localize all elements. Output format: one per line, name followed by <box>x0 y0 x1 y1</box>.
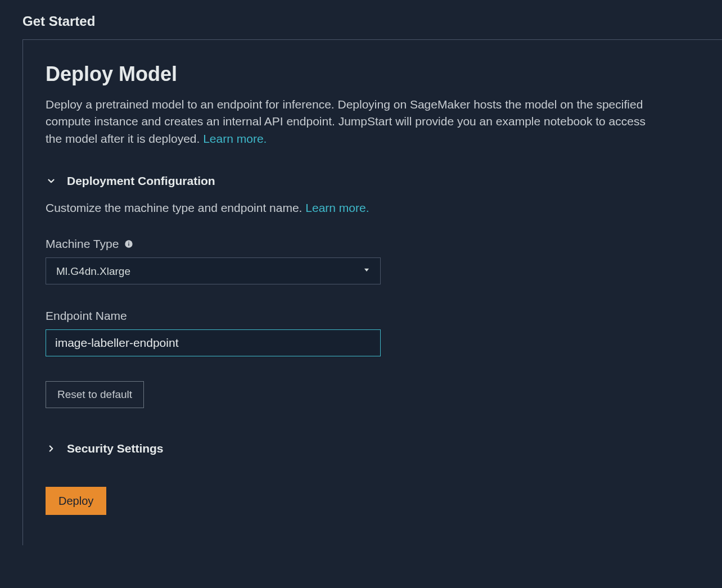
chevron-right-icon <box>46 443 57 454</box>
info-icon[interactable] <box>124 239 133 248</box>
panel-description: Deploy a pretrained model to an endpoint… <box>46 96 658 147</box>
machine-type-label: Machine Type <box>46 237 119 251</box>
deployment-config-toggle[interactable]: Deployment Configuration <box>46 174 700 188</box>
endpoint-name-label: Endpoint Name <box>46 309 127 323</box>
deploy-button[interactable]: Deploy <box>46 487 106 515</box>
page-title: Get Started <box>22 13 700 29</box>
panel-description-text: Deploy a pretrained model to an endpoint… <box>46 98 646 145</box>
security-settings-title: Security Settings <box>67 442 164 455</box>
deployment-config-subtext: Customize the machine type and endpoint … <box>46 201 700 215</box>
chevron-down-icon <box>46 175 57 187</box>
reset-button[interactable]: Reset to default <box>46 381 144 408</box>
panel-title: Deploy Model <box>46 62 700 86</box>
deployment-config-subtext-text: Customize the machine type and endpoint … <box>46 201 305 214</box>
security-settings-toggle[interactable]: Security Settings <box>46 442 700 455</box>
learn-more-link[interactable]: Learn more. <box>203 132 267 145</box>
machine-type-select[interactable]: Ml.G4dn.Xlarge <box>46 257 381 284</box>
deploy-model-panel: Deploy Model Deploy a pretrained model t… <box>22 39 722 545</box>
endpoint-name-input[interactable] <box>46 329 381 356</box>
deployment-learn-more-link[interactable]: Learn more. <box>305 201 369 214</box>
machine-type-field: Machine Type Ml.G4dn.Xlarge <box>46 237 700 284</box>
svg-rect-1 <box>129 243 129 246</box>
deployment-config-title: Deployment Configuration <box>67 174 215 188</box>
svg-rect-2 <box>129 242 129 242</box>
endpoint-name-field: Endpoint Name <box>46 309 700 356</box>
